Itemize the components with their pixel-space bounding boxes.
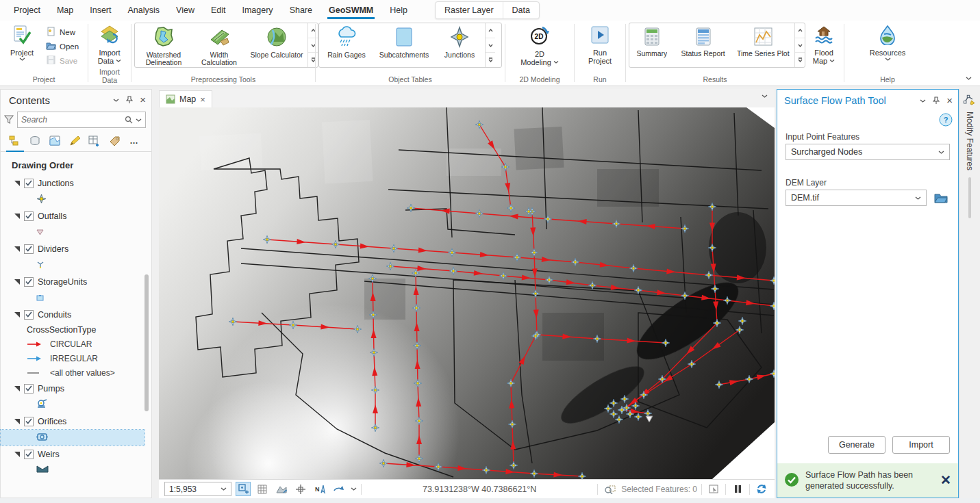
menu-share[interactable]: Share: [281, 1, 321, 19]
browse-folder-button[interactable]: [932, 190, 950, 206]
layer-checkbox[interactable]: [24, 179, 34, 188]
layer-conduits[interactable]: Conduits: [1, 306, 151, 323]
divider-symbol-icon[interactable]: [36, 261, 45, 270]
open-button[interactable]: Open: [42, 39, 82, 53]
slope-calculator-button[interactable]: Slope Calculator: [246, 23, 307, 67]
menu-edit[interactable]: Edit: [203, 1, 234, 19]
expander-icon[interactable]: [14, 452, 20, 457]
help-icon[interactable]: ?: [939, 113, 953, 129]
layer-checkbox[interactable]: [24, 417, 34, 426]
2d-modeling-button[interactable]: 2D 2DModeling: [515, 23, 564, 68]
legend-circular[interactable]: CIRCULAR: [1, 337, 151, 351]
pump-symbol-icon[interactable]: [36, 399, 48, 411]
menu-project[interactable]: Project: [5, 1, 49, 19]
label-tag-icon[interactable]: [107, 134, 122, 148]
add-table-icon[interactable]: [87, 134, 102, 148]
modify-features-tab[interactable]: Modify Features: [965, 112, 975, 170]
junctions-button[interactable]: Junctions: [434, 23, 485, 67]
run-project-button[interactable]: RunProject: [581, 23, 619, 67]
gallery-down-button[interactable]: [795, 38, 805, 53]
layer-checkbox[interactable]: [24, 310, 34, 320]
layer-checkbox[interactable]: [24, 277, 34, 287]
tab-list-chevron-icon[interactable]: [762, 94, 768, 99]
panel-menu-chevron-icon[interactable]: [113, 98, 119, 103]
layer-orifices[interactable]: Orifices: [1, 413, 151, 430]
save-button[interactable]: Save: [42, 53, 82, 68]
search-input[interactable]: [21, 115, 122, 125]
select-features-icon[interactable]: [602, 482, 617, 496]
pause-drawing-button[interactable]: [730, 482, 745, 496]
subcatchments-button[interactable]: Subcatchments: [374, 23, 434, 67]
contents-scrollbar[interactable]: [142, 172, 151, 496]
tab-raster-layer[interactable]: Raster Layer: [436, 2, 503, 18]
import-data-button[interactable]: ImportData: [91, 23, 128, 67]
menu-insert[interactable]: Insert: [81, 1, 119, 19]
north-arrow-icon[interactable]: N: [312, 482, 327, 496]
pin-icon[interactable]: [933, 96, 940, 105]
layer-checkbox[interactable]: [24, 211, 34, 221]
pin-icon[interactable]: [126, 96, 133, 104]
list-by-drawing-order-icon[interactable]: [8, 134, 23, 148]
flood-map-button[interactable]: FloodMap: [807, 23, 841, 67]
resources-button[interactable]: Resources: [868, 23, 907, 64]
project-button[interactable]: Project: [3, 23, 41, 64]
scale-selector[interactable]: 1:5,953: [164, 482, 231, 496]
expander-icon[interactable]: [14, 181, 20, 186]
more-options-icon[interactable]: …: [127, 134, 142, 148]
weir-symbol-icon[interactable]: [36, 465, 49, 476]
notification-close-icon[interactable]: ✕: [940, 474, 951, 487]
layer-checkbox[interactable]: [24, 244, 34, 254]
input-point-features-select[interactable]: Surcharged Nodes: [786, 144, 950, 160]
expander-icon[interactable]: [14, 419, 20, 424]
watershed-delineation-button[interactable]: Watershed Delineation: [135, 23, 192, 67]
elevation-surface-toggle[interactable]: [274, 482, 289, 496]
legend-other-values[interactable]: <all other values>: [1, 365, 151, 380]
dem-layer-select[interactable]: DEM.tif: [786, 190, 927, 206]
gallery-up-button[interactable]: [795, 23, 805, 38]
layer-junctions[interactable]: Junctions: [1, 175, 151, 192]
layer-pumps[interactable]: Pumps: [1, 380, 151, 397]
gallery-expand-button[interactable]: [486, 53, 495, 67]
edit-pencil-icon[interactable]: [67, 134, 82, 148]
tab-data[interactable]: Data: [503, 2, 539, 18]
refresh-button[interactable]: [754, 482, 769, 496]
generate-button[interactable]: Generate: [828, 436, 885, 454]
close-icon[interactable]: ×: [140, 96, 146, 104]
nav-options-chevron-icon[interactable]: [351, 487, 357, 491]
expander-icon[interactable]: [14, 246, 20, 252]
gallery-up-button[interactable]: [486, 23, 495, 38]
selection-box-icon[interactable]: [706, 482, 721, 496]
panel-menu-chevron-icon[interactable]: [920, 99, 926, 103]
gallery-down-button[interactable]: [486, 38, 495, 53]
gallery-expand-button[interactable]: [795, 53, 805, 67]
layer-checkbox[interactable]: [24, 384, 34, 394]
grid-toggle[interactable]: [255, 482, 270, 496]
expander-icon[interactable]: [14, 279, 20, 285]
close-tab-icon[interactable]: ×: [200, 94, 205, 105]
outfall-symbol-icon[interactable]: [36, 228, 44, 237]
menu-geoswmm[interactable]: GeoSWMM: [321, 1, 381, 19]
expander-icon[interactable]: [14, 214, 20, 219]
new-button[interactable]: New: [42, 25, 82, 39]
menu-analysis[interactable]: Analysis: [120, 1, 168, 19]
expander-icon[interactable]: [14, 312, 20, 318]
menu-imagery[interactable]: Imagery: [234, 1, 281, 19]
layer-dividers[interactable]: Dividers: [1, 240, 151, 257]
ribbon-collapse-button[interactable]: [966, 73, 972, 83]
junction-symbol-icon[interactable]: [36, 194, 47, 206]
filter-icon[interactable]: [3, 115, 14, 125]
summary-button[interactable]: Summary: [629, 23, 675, 67]
import-button[interactable]: Import: [892, 436, 950, 454]
layer-outfalls[interactable]: Outfalls: [1, 207, 151, 224]
layer-storage-units[interactable]: StorageUnits: [1, 273, 151, 290]
storage-unit-symbol-icon[interactable]: [36, 294, 44, 303]
legend-irregular[interactable]: IRREGULAR: [1, 351, 151, 365]
orifice-symbol-row-selected[interactable]: [1, 430, 145, 446]
search-options-chevron-icon[interactable]: [136, 118, 142, 122]
menu-view[interactable]: View: [168, 1, 203, 19]
menu-help[interactable]: Help: [381, 1, 416, 19]
selection-layers-icon[interactable]: [47, 134, 62, 148]
width-calculation-button[interactable]: Width Calculation: [192, 23, 246, 67]
layer-checkbox[interactable]: [24, 450, 34, 459]
close-icon[interactable]: ×: [946, 96, 953, 105]
